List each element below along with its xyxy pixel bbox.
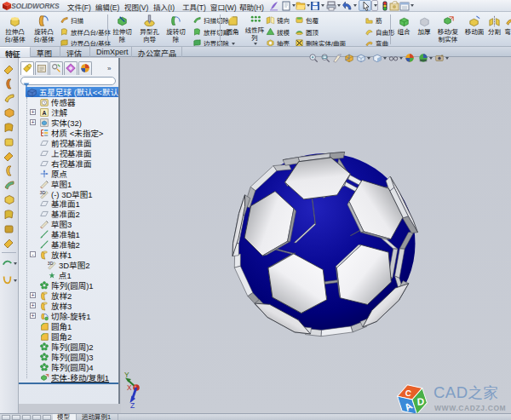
svg-text:X: X xyxy=(127,383,132,392)
svg-text:Z: Z xyxy=(130,401,135,410)
svg-text:A: A xyxy=(42,110,46,116)
svg-text:3D: 3D xyxy=(40,190,46,195)
svg-text:D: D xyxy=(416,395,424,407)
svg-text:3D: 3D xyxy=(48,261,54,266)
svg-text:Y: Y xyxy=(124,371,129,379)
